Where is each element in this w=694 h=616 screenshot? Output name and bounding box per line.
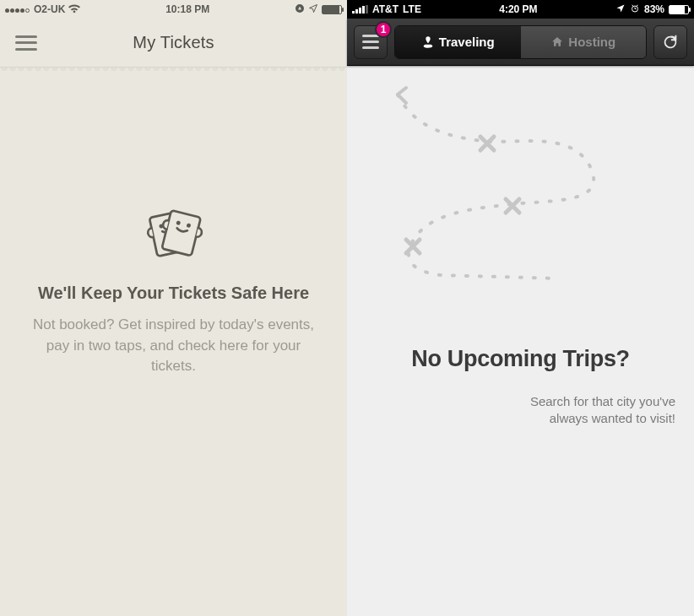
nav-bar: My Tickets — [0, 19, 347, 68]
refresh-button[interactable] — [653, 25, 687, 59]
status-bar: AT&T LTE 4:20 PM 83% — [347, 0, 694, 19]
svg-rect-3 — [161, 210, 200, 256]
empty-heading: No Upcoming Trips? — [347, 346, 694, 372]
empty-body: Search for that city you've always wante… — [490, 393, 675, 428]
tickets-app-screen: O2-UK 10:18 PM My Tickets — [0, 0, 347, 616]
ticket-tear-decoration — [0, 68, 347, 74]
location-icon — [308, 3, 318, 16]
wifi-icon — [68, 4, 80, 14]
hosting-icon — [550, 35, 564, 49]
tab-traveling[interactable]: Traveling — [395, 26, 521, 58]
status-time: 10:18 PM — [165, 3, 209, 15]
route-path-icon — [381, 78, 659, 289]
empty-body: Not booked? Get inspired by today's even… — [25, 315, 322, 377]
svg-point-4 — [176, 222, 179, 224]
nav-bar: 1 Traveling Hosting — [347, 19, 694, 66]
battery-icon — [322, 5, 342, 14]
network-label: LTE — [403, 3, 421, 15]
tickets-icon — [136, 201, 212, 262]
status-bar: O2-UK 10:18 PM — [0, 0, 347, 19]
tab-hosting[interactable]: Hosting — [521, 26, 647, 58]
menu-button[interactable] — [15, 35, 37, 51]
menu-button[interactable]: 1 — [354, 25, 388, 59]
tab-traveling-label: Traveling — [439, 35, 495, 49]
refresh-icon — [661, 33, 680, 51]
location-icon — [615, 3, 626, 16]
signal-dots-icon — [5, 3, 30, 15]
empty-heading: We'll Keep Your Tickets Safe Here — [38, 284, 309, 303]
trips-app-screen: AT&T LTE 4:20 PM 83% 1 Traveling — [347, 0, 694, 616]
svg-point-1 — [160, 225, 162, 228]
notification-badge: 1 — [375, 21, 392, 38]
traveling-icon — [421, 35, 435, 49]
carrier-label: AT&T — [372, 3, 399, 15]
mode-segmented-control: Traveling Hosting — [394, 25, 647, 59]
signal-bars-icon — [352, 5, 368, 14]
carrier-label: O2-UK — [34, 3, 65, 15]
empty-state: No Upcoming Trips? Search for that city … — [347, 66, 694, 616]
battery-pct: 83% — [644, 3, 664, 15]
alarm-icon — [630, 3, 640, 16]
lock-icon — [295, 3, 305, 16]
status-time: 4:20 PM — [499, 3, 537, 15]
empty-state: We'll Keep Your Tickets Safe Here Not bo… — [0, 74, 347, 616]
page-title: My Tickets — [133, 33, 214, 52]
tab-hosting-label: Hosting — [568, 35, 615, 49]
svg-point-5 — [187, 224, 190, 227]
battery-icon — [669, 5, 689, 14]
